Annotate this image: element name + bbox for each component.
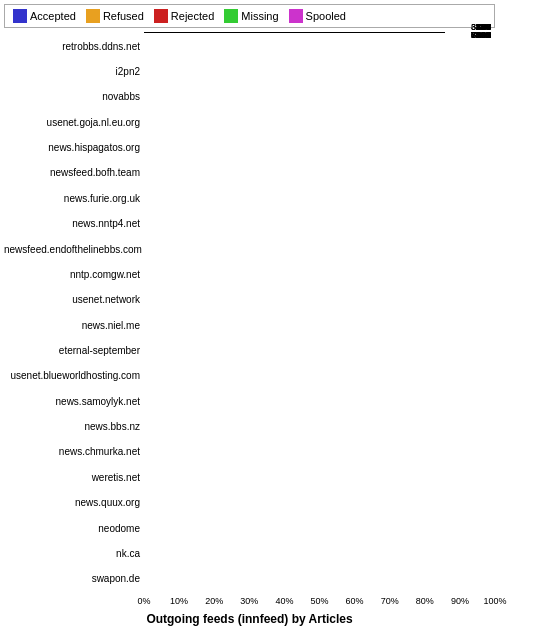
legend-label: Rejected [171,10,214,22]
legend-item-rejected: Rejected [154,9,214,23]
y-label: news.samoylyk.net [4,397,140,407]
y-label: news.hispagatos.org [4,143,140,153]
legend-item-accepted: Accepted [13,9,76,23]
y-label: novabbs [4,92,140,102]
bars-wrapper: 7291683867583772721235777057707744459973… [144,32,495,594]
x-tick-label: 60% [346,596,364,606]
x-tick-label: 50% [310,596,328,606]
x-tick-label: 10% [170,596,188,606]
y-label: retrobbs.ddns.net [4,42,140,52]
legend-color [224,9,238,23]
x-axis-labels: 0%10%20%30%40%50%60%70%80%90%100% [144,596,495,610]
x-tick-label: 40% [275,596,293,606]
y-label: usenet.goja.nl.eu.org [4,118,140,128]
legend-label: Refused [103,10,144,22]
y-label: usenet.network [4,295,140,305]
y-label: neodome [4,524,140,534]
y-label: news.niel.me [4,321,140,331]
chart-area: retrobbs.ddns.neti2pn2novabbsusenet.goja… [4,32,495,626]
legend-color [13,9,27,23]
y-label: swapon.de [4,574,140,584]
x-tick-label: 70% [381,596,399,606]
bar-value-label2: 26 [481,23,491,33]
legend: AcceptedRefusedRejectedMissingSpooled [4,4,495,28]
bars-area: 7291683867583772721235777057707744459973… [144,32,445,33]
legend-label: Accepted [30,10,76,22]
x-tick-label: 20% [205,596,223,606]
legend-label: Spooled [306,10,346,22]
y-label: newsfeed.bofh.team [4,168,140,178]
y-label: news.chmurka.net [4,447,140,457]
x-tick-label: 0% [137,596,150,606]
legend-item-refused: Refused [86,9,144,23]
y-label: news.nntp4.net [4,219,140,229]
y-label: eternal-september [4,346,140,356]
legend-item-spooled: Spooled [289,9,346,23]
y-label: news.quux.org [4,498,140,508]
y-label: newsfeed.endofthelinebbs.com [4,245,140,255]
y-label: weretis.net [4,473,140,483]
x-tick-label: 90% [451,596,469,606]
legend-color [289,9,303,23]
chart-container: AcceptedRefusedRejectedMissingSpooled re… [0,0,550,630]
chart-main: retrobbs.ddns.neti2pn2novabbsusenet.goja… [4,32,495,594]
legend-color [154,9,168,23]
x-tick-label: 30% [240,596,258,606]
y-label: i2pn2 [4,67,140,77]
legend-label: Missing [241,10,278,22]
x-tick-label: 80% [416,596,434,606]
y-label: news.furie.org.uk [4,194,140,204]
y-label: news.bbs.nz [4,422,140,432]
y-label: nntp.comgw.net [4,270,140,280]
legend-item-missing: Missing [224,9,278,23]
y-label: usenet.blueworldhosting.com [4,371,140,381]
chart-title: Outgoing feeds (innfeed) by Articles [4,612,495,626]
y-labels: retrobbs.ddns.neti2pn2novabbsusenet.goja… [4,32,144,594]
y-label: nk.ca [4,549,140,559]
x-tick-label: 100% [483,596,506,606]
legend-color [86,9,100,23]
